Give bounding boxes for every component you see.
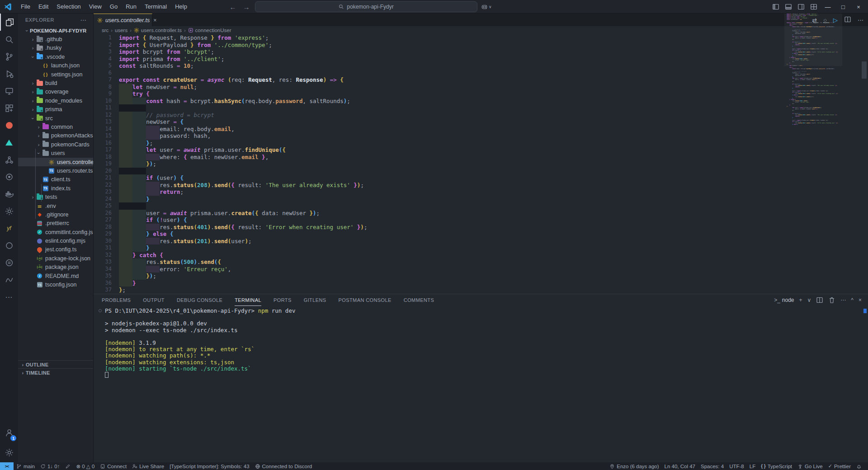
toggle-panel-button[interactable] [783,1,794,12]
status-prettier[interactable]: ✓Prettier [826,462,854,470]
breadcrumb-src[interactable]: src [102,28,108,33]
close-button[interactable]: × [852,0,865,14]
activity-prisma[interactable] [0,134,18,151]
activity-manage[interactable] [0,442,18,462]
tree-item-prisma[interactable]: ›prisma [18,105,93,114]
editor-scrollbar[interactable] [862,61,867,79]
status-live-share[interactable]: Live Share [129,462,167,470]
minimize-button[interactable]: — [821,0,835,14]
status-language-mode[interactable]: { }TypeScript [758,462,795,470]
tree-item-src[interactable]: ›src [18,114,93,122]
close-panel-button[interactable]: × [859,297,862,303]
status-git-branch[interactable]: main [14,462,38,470]
tree-item-node-modules[interactable]: ›node_modules [18,96,93,105]
tree-item--vscode[interactable]: ›.vscode [18,52,93,61]
status-indentation[interactable]: Spaces: 4 [698,462,726,470]
menu-file[interactable]: File [17,0,34,14]
activity-more-views[interactable]: ⋯ [0,288,18,306]
menu-selection[interactable]: Selection [52,0,85,14]
panel-tab-terminal[interactable]: TERMINAL [235,294,261,306]
activity-remote-explorer[interactable] [0,82,18,99]
status-problems[interactable]: ⊗ 0 △ 0 [73,462,97,470]
command-decoration-icon[interactable] [99,309,102,312]
menu-view[interactable]: View [85,0,106,14]
breadcrumb-connectionuser[interactable]: connectionUser [188,28,231,33]
tree-item-commitlint-config-js[interactable]: ✓commitlint.config.js [18,228,93,236]
tree-item-pokemonattacks[interactable]: ›pokemonAttacks [18,132,93,140]
new-terminal-button[interactable]: + [799,297,802,303]
tree-item--env[interactable]: ⚌.env [18,202,93,210]
tab-close-icon[interactable]: × [153,17,156,24]
breadcrumb-users-controller-ts[interactable]: users.controller.ts [134,28,182,33]
tree-item-tsconfig-json[interactable]: TStsconfig.json [18,280,93,289]
activity-accounts[interactable]: 1 [0,423,18,442]
command-center-search[interactable]: pokemon-api-Fydyr [255,1,477,12]
tree-root-pokemon-api-fydyr[interactable]: ›POKEMON-API-FYDYR [18,26,93,35]
maximize-panel-button[interactable]: ^ [851,297,854,303]
split-editor-button[interactable] [844,16,851,24]
tree-item-pokemoncards[interactable]: ›pokemonCards [18,140,93,149]
tab-users-controller[interactable]: users.controller.ts × [94,14,152,26]
explorer-more-button[interactable]: ⋯ [80,16,87,24]
menu-edit[interactable]: Edit [34,0,52,14]
menu-help[interactable]: Help [171,0,191,14]
panel-tab-problems[interactable]: PROBLEMS [102,294,131,306]
activity-search[interactable] [0,31,18,48]
tree-item-settings-json[interactable]: { }settings.json [18,70,93,79]
activity-yaml-tools[interactable]: yf [0,220,18,237]
activity-postman[interactable] [0,117,18,134]
tree-item-package-lock-json[interactable]: JSpackage-lock.json [18,254,93,263]
activity-source-control[interactable] [0,48,18,65]
menu-run[interactable]: Run [122,0,141,14]
tree-item--prettierrc[interactable]: .prettierrc [18,219,93,228]
terminal[interactable]: PS D:\IUT\2024-2025\r4_01\pokemon-api-Fy… [105,308,859,462]
menu-terminal[interactable]: Terminal [141,0,171,14]
more-actions-button[interactable]: ⋯ [858,17,863,24]
tree-item-jest-config-ts[interactable]: jest.config.ts [18,245,93,254]
panel-tab-comments[interactable]: COMMENTS [404,294,434,306]
tree-item--husky[interactable]: ›.husky [18,44,93,52]
tree-item-launch-json[interactable]: { }launch.json [18,61,93,70]
customize-layout-button[interactable] [808,1,819,12]
toggle-secondary-sidebar-button[interactable] [796,1,807,12]
status-connect[interactable]: Connect [97,462,129,470]
outline-section[interactable]: ›OUTLINE [18,360,93,368]
status-remote-indicator[interactable]: >< [0,462,14,470]
status-go-live[interactable]: Go Live [795,462,826,470]
status-eol[interactable]: LF [747,462,758,470]
activity-docker[interactable] [0,185,18,202]
status-ts-importer[interactable]: [TypeScript Importer]: Symbols: 43 [167,462,252,470]
activity-extensions[interactable] [0,99,18,117]
terminal-profile-button[interactable]: >_node [774,297,794,303]
activity-todo-tree[interactable] [0,202,18,220]
panel-tab-debug-console[interactable]: DEBUG CONSOLE [177,294,222,306]
status-notifications[interactable] [854,462,864,470]
status-git-sync[interactable]: 1↓ 0↑ [38,462,63,470]
more-actions-button[interactable]: ⋯ [840,297,846,303]
tree-item-tests[interactable]: ›tests [18,193,93,201]
tree-item-coverage[interactable]: ›coverage [18,88,93,96]
maximize-button[interactable]: □ [836,0,850,14]
panel-tab-output[interactable]: OUTPUT [143,294,165,306]
tree-item-common[interactable]: ›common [18,122,93,131]
tree-item-build[interactable]: ›build [18,79,93,87]
tree-item--github[interactable]: ›.github [18,35,93,43]
nav-forward-button[interactable]: → [241,3,251,11]
toggle-primary-sidebar-button[interactable] [770,1,781,12]
minimap[interactable]: import { Request, Response } from 'expre… [787,14,840,294]
activity-console-view[interactable] [0,254,18,271]
activity-gitlens[interactable] [0,271,18,288]
tree-item-readme-md[interactable]: iREADME.md [18,272,93,280]
activity-live-preview[interactable] [0,237,18,254]
breadcrumb-users[interactable]: users [115,28,127,33]
activity-sync-view[interactable] [0,168,18,185]
copilot-icon[interactable]: ∨ [481,4,492,10]
status-gitlens-mode[interactable] [62,462,73,470]
tree-item-eslint-config-mjs[interactable]: eslint.config.mjs [18,236,93,245]
panel-tab-gitlens[interactable]: GITLENS [304,294,326,306]
tree-item-package-json[interactable]: JSpackage.json [18,263,93,272]
tree-item-users[interactable]: ›users [18,149,93,157]
tree-item--gitignore[interactable]: ◆.gitignore [18,210,93,219]
tree-item-users-router-ts[interactable]: TSusers.router.ts [18,166,93,175]
status-cursor-position[interactable]: Ln 40, Col 47 [662,462,698,470]
